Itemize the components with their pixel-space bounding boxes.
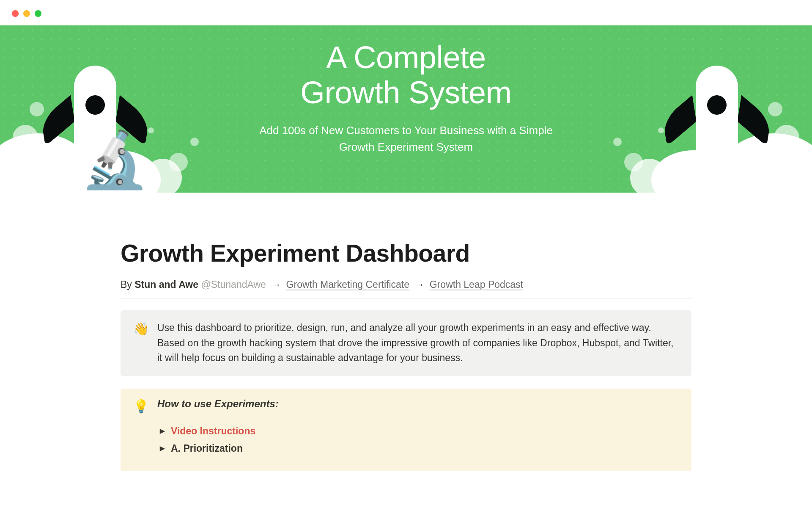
- bubble-decoration: [148, 127, 154, 133]
- bubble-decoration: [13, 125, 38, 150]
- page-title[interactable]: Growth Experiment Dashboard: [121, 239, 691, 267]
- hero-title-line1: A Complete: [326, 40, 486, 75]
- bubble-decoration: [190, 138, 199, 146]
- link-growth-podcast[interactable]: Growth Leap Podcast: [430, 279, 523, 290]
- hero-title-line2: Growth System: [300, 75, 511, 110]
- bubble-decoration: [613, 138, 622, 146]
- hero-subtitle: Add 100s of New Customers to Your Busine…: [259, 122, 553, 155]
- byline-author: Stun and Awe: [134, 279, 198, 290]
- rocket-icon: [668, 57, 765, 193]
- bubble-decoration: [624, 153, 643, 171]
- page-icon-microscope[interactable]: 🔬: [80, 132, 149, 187]
- maximize-icon[interactable]: [35, 10, 41, 17]
- arrow-icon: →: [271, 279, 281, 290]
- byline-by: By: [121, 279, 134, 290]
- toggle-label: A. Prioritization: [171, 443, 243, 454]
- close-icon[interactable]: [12, 10, 19, 17]
- page-content: Growth Experiment Dashboard By Stun and …: [104, 193, 708, 471]
- link-growth-cert[interactable]: Growth Marketing Certificate: [286, 279, 409, 290]
- bulb-icon: 💡: [133, 398, 149, 414]
- callout-howto: 💡 How to use Experiments: ▶ Video Instru…: [121, 389, 691, 471]
- caret-right-icon: ▶: [160, 427, 165, 435]
- toggle-label: Video Instructions: [171, 425, 255, 437]
- byline-handle: @StunandAwe: [198, 279, 269, 290]
- callout-intro: 👋 Use this dashboard to prioritize, desi…: [121, 310, 691, 376]
- byline: By Stun and Awe @StunandAwe → Growth Mar…: [121, 279, 691, 298]
- hero-sub-line1: Add 100s of New Customers to Your Busine…: [259, 124, 553, 137]
- arrow-icon: →: [414, 279, 424, 290]
- callout-intro-text: Use this dashboard to prioritize, design…: [157, 320, 679, 366]
- caret-right-icon: ▶: [160, 444, 165, 452]
- wave-icon: 👋: [133, 320, 149, 337]
- hero-title: A Complete Growth System: [300, 40, 511, 110]
- window-controls: [12, 10, 41, 17]
- howto-title: How to use Experiments:: [157, 398, 679, 416]
- bubble-decoration: [768, 102, 782, 116]
- minimize-icon[interactable]: [23, 10, 30, 17]
- toggle-video-instructions[interactable]: ▶ Video Instructions: [157, 420, 679, 437]
- toggle-prioritization[interactable]: ▶ A. Prioritization: [157, 437, 679, 454]
- bubble-decoration: [30, 102, 44, 116]
- hero-sub-line2: Growth Experiment System: [339, 141, 473, 153]
- bubble-decoration: [774, 125, 799, 150]
- bubble-decoration: [169, 153, 188, 171]
- bubble-decoration: [658, 127, 664, 133]
